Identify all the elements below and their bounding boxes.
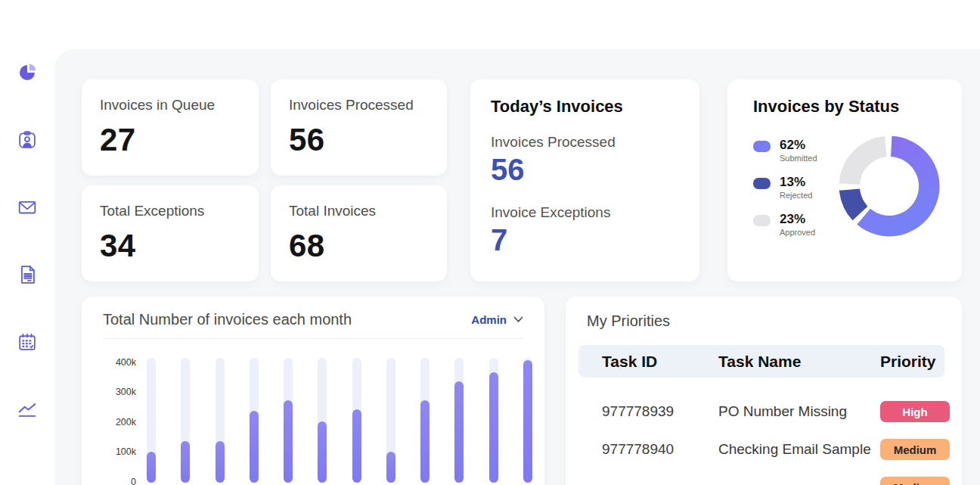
legend-label: Submitted	[780, 154, 817, 163]
bar-month-10	[454, 381, 464, 483]
task-id-cell: 977778939	[602, 403, 718, 420]
bar-track	[420, 358, 430, 483]
bar-track	[284, 358, 293, 483]
legend-item-submitted: 62% Submitted	[753, 138, 832, 163]
y-tick: 0	[131, 477, 136, 485]
invoices-by-status-title: Invoices by Status	[753, 97, 962, 117]
bar-track	[386, 358, 395, 483]
legend-percent: 62%	[780, 138, 817, 153]
y-tick: 100k	[116, 446, 136, 457]
bar-month-4	[250, 411, 259, 483]
bar-track	[454, 358, 464, 483]
bar-month-5	[284, 400, 293, 483]
stat-card-invoices-processed: Invoices Processed 56	[271, 79, 447, 176]
column-header-task-name: Task Name	[718, 353, 880, 371]
priority-badge: Medium	[880, 439, 950, 460]
stat-value: 56	[289, 122, 447, 158]
invoices-by-status-card: Invoices by Status 62% Submitted 13%	[727, 79, 962, 281]
legend-label: Rejected	[780, 191, 812, 200]
table-row: 977778940 Checking Email Sample Medium	[587, 434, 944, 465]
legend-item-rejected: 13% Rejected	[753, 175, 832, 200]
legend-swatch	[753, 178, 771, 189]
bar-track	[250, 358, 259, 483]
legend-percent: 13%	[780, 175, 812, 190]
my-priorities-card: My Priorities Task ID Task Name Priority…	[566, 297, 962, 485]
y-tick: 200k	[116, 417, 136, 427]
bar-chart: 400k 300k 200k 100k 0	[103, 358, 523, 485]
bar-month-6	[318, 421, 327, 483]
bar-month-8	[386, 452, 395, 483]
y-tick: 300k	[116, 387, 136, 397]
table-header: Task ID Task Name Priority	[578, 345, 944, 378]
monthly-invoices-chart-card: Total Number of invoices each month Admi…	[82, 297, 544, 485]
column-header-priority: Priority	[880, 353, 944, 371]
bar-month-12	[523, 360, 532, 483]
legend-percent: 23%	[780, 212, 815, 227]
task-id-cell: 977778940	[602, 441, 718, 458]
bar-track	[352, 358, 361, 483]
bar-month-9	[420, 400, 430, 483]
legend-item-approved: 23% Approved	[753, 212, 832, 237]
bar-track	[523, 358, 532, 483]
sidebar-item-documents[interactable]	[15, 263, 39, 287]
task-name-cell: Checking Email Sample	[718, 441, 880, 458]
y-axis: 400k 300k 200k 100k 0	[103, 358, 136, 483]
bar-month-3	[216, 441, 225, 483]
task-name-cell: PO Number Missing	[718, 403, 880, 420]
legend-label: Approved	[780, 228, 815, 237]
bar-track	[489, 358, 498, 483]
stat-label: Invoices in Queue	[100, 97, 259, 113]
stat-label: Total Invoices	[289, 203, 447, 219]
stat-value: 68	[289, 228, 447, 264]
bar-track	[318, 358, 327, 483]
stat-cards-grid: Invoices in Queue 27 Invoices Processed …	[82, 79, 447, 281]
admin-dropdown-label: Admin	[471, 313, 507, 326]
bar-month-7	[352, 409, 361, 483]
chevron-down-icon	[513, 316, 523, 323]
todays-invoices-title: Today’s Invoices	[491, 97, 699, 117]
bar-track	[216, 358, 225, 483]
y-tick: 400k	[116, 357, 136, 368]
bar-track	[147, 358, 156, 483]
stat-label: Total Exceptions	[100, 203, 259, 219]
bar-track	[181, 358, 190, 483]
card-divider	[103, 338, 523, 339]
sidebar-item-mail[interactable]	[15, 195, 39, 219]
bar-month-2	[181, 441, 190, 483]
stat-label: Invoices Processed	[289, 97, 447, 113]
bar-month-11	[489, 372, 498, 483]
my-priorities-title: My Priorities	[587, 312, 944, 330]
stat-value: 27	[100, 122, 259, 158]
app-logo-pie-chart-icon	[15, 61, 39, 85]
stat-value: 34	[100, 228, 259, 264]
column-header-task-id: Task ID	[602, 353, 718, 371]
stat-card-invoices-in-queue: Invoices in Queue 27	[82, 79, 259, 176]
sidebar-item-analytics[interactable]	[15, 397, 39, 421]
donut-legend: 62% Submitted 13% Rejected	[753, 138, 832, 249]
bar-plot-area	[147, 358, 532, 483]
stat-card-total-exceptions: Total Exceptions 34	[82, 185, 259, 281]
priority-badge: High	[880, 401, 950, 422]
sidebar-item-contacts[interactable]	[15, 128, 39, 152]
donut-slice-approved	[849, 147, 885, 185]
bar-chart-title: Total Number of invoices each month	[103, 311, 352, 328]
table-row: 977778939 PO Number Missing High	[587, 396, 944, 427]
dashboard-panel: Invoices in Queue 27 Invoices Processed …	[54, 49, 980, 485]
bar-month-1	[147, 452, 156, 483]
today-item-label: Invoice Exceptions	[491, 204, 699, 221]
sidebar-item-calendar[interactable]	[15, 330, 39, 354]
legend-swatch	[753, 141, 771, 152]
legend-swatch	[753, 215, 771, 226]
today-item-value: 56	[491, 153, 699, 187]
today-item-value: 7	[491, 223, 699, 257]
priority-badge: Medium	[880, 477, 950, 485]
today-item-label: Invoices Processed	[491, 134, 699, 151]
todays-invoices-card: Today’s Invoices Invoices Processed 56 I…	[470, 79, 699, 281]
donut-slice-rejected	[850, 190, 861, 213]
admin-dropdown[interactable]: Admin	[471, 313, 523, 326]
donut-chart	[832, 129, 947, 249]
table-row: Medium	[587, 472, 944, 485]
stat-card-total-invoices: Total Invoices 68	[271, 185, 447, 281]
sidebar	[0, 0, 54, 485]
